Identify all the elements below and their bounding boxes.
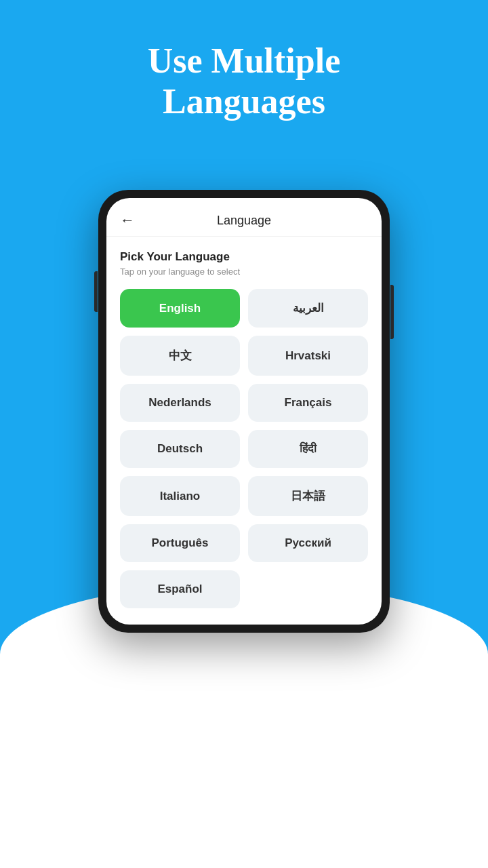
screen-nav: ← Language — [106, 198, 382, 237]
language-grid: Englishالعربية中文HrvatskiNederlandsFrança… — [120, 289, 368, 608]
language-button-french[interactable]: Français — [248, 384, 368, 422]
screen-content: Pick Your Language Tap on your language … — [106, 239, 382, 625]
language-button-japanese[interactable]: 日本語 — [248, 476, 368, 516]
language-button-portuguese[interactable]: Português — [120, 524, 240, 562]
language-button-russian[interactable]: Русский — [248, 524, 368, 562]
language-button-chinese[interactable]: 中文 — [120, 336, 240, 376]
screen-title: Language — [217, 214, 271, 228]
back-button[interactable]: ← — [120, 212, 135, 229]
phone-screen: ← Language Pick Your Language Tap on you… — [106, 198, 382, 625]
pick-language-title: Pick Your Language — [120, 250, 368, 264]
language-button-english[interactable]: English — [120, 289, 240, 328]
language-button-dutch[interactable]: Nederlands — [120, 384, 240, 422]
page-header-title: Use Multiple Languages — [0, 41, 488, 122]
language-button-german[interactable]: Deutsch — [120, 430, 240, 468]
phone-wrapper: ← Language Pick Your Language Tap on you… — [98, 190, 390, 633]
language-button-croatian[interactable]: Hrvatski — [248, 336, 368, 376]
language-button-arabic[interactable]: العربية — [248, 289, 368, 328]
pick-language-subtitle: Tap on your language to select — [120, 267, 368, 277]
language-button-hindi[interactable]: हिंदी — [248, 430, 368, 468]
language-button-spanish[interactable]: Español — [120, 570, 240, 608]
phone-frame: ← Language Pick Your Language Tap on you… — [98, 190, 390, 633]
language-button-italian[interactable]: Italiano — [120, 476, 240, 516]
